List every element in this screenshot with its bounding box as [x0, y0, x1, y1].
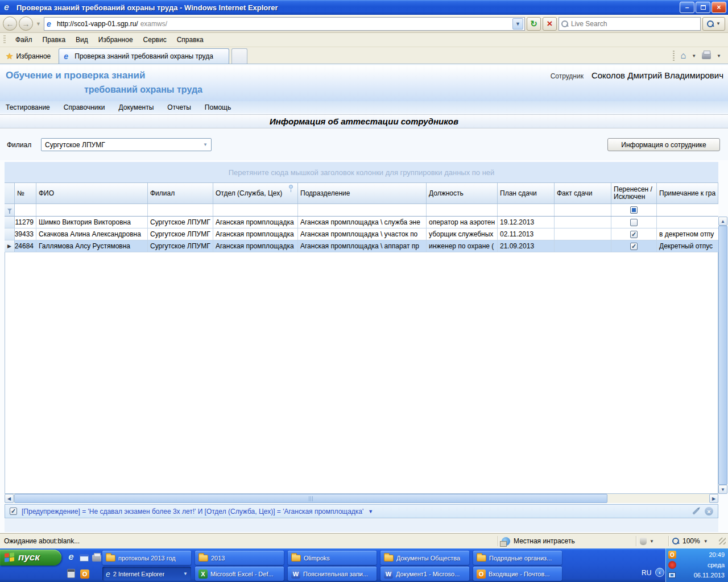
column-header-num[interactable]: №	[15, 183, 36, 203]
zoom-control[interactable]: 100% ▼	[672, 537, 717, 545]
phishing-filter-section[interactable]: ▼	[640, 538, 665, 545]
moved-checkbox[interactable]	[630, 231, 638, 238]
forward-button[interactable]: →	[19, 16, 33, 31]
taskbar-button-folder-documents[interactable]: Документы Общества	[380, 551, 469, 565]
taskbar-button-word-poyasnitelnaya[interactable]: WПояснительная запи...	[288, 567, 377, 581]
moved-checkbox[interactable]	[630, 219, 638, 226]
search-input[interactable]	[571, 20, 698, 28]
taskbar-button-folder-protokoly[interactable]: протоколы 2013 год	[102, 551, 191, 565]
menu-tools[interactable]: Сервис	[138, 34, 172, 46]
column-header-otdel[interactable]: Отдел (Служба, Цех)	[213, 183, 298, 203]
vertical-scrollbar[interactable]: ▲ ▼	[718, 217, 727, 494]
filter-cell-fakt[interactable]	[555, 204, 611, 216]
tray-outlook-icon[interactable]: O	[668, 551, 676, 559]
menu-file[interactable]: Файл	[10, 34, 38, 46]
scroll-right-icon[interactable]: ▶	[709, 494, 718, 503]
scroll-left-icon[interactable]: ◀	[5, 494, 14, 503]
quicklaunch-outlook-icon[interactable]: O	[79, 568, 90, 580]
menu-help[interactable]: Справка	[172, 34, 209, 46]
column-header-fio[interactable]: ФИО	[36, 183, 148, 203]
tray-network-icon[interactable]	[668, 572, 676, 578]
taskbar-button-word-dokument1[interactable]: WДокумент1 - Microso...	[380, 567, 469, 581]
filter-cell-podrazdelenie[interactable]	[298, 204, 427, 216]
filter-cell-num[interactable]	[15, 204, 36, 216]
filter-cell-fio[interactable]	[36, 204, 148, 216]
back-button[interactable]: ←	[3, 16, 17, 31]
horizontal-scroll-thumb[interactable]	[14, 494, 607, 503]
maximize-button[interactable]	[696, 2, 710, 13]
column-header-fakt[interactable]: Факт сдачи	[555, 183, 611, 203]
column-header-podrazdelenie[interactable]: Подразделение	[298, 183, 427, 203]
home-icon[interactable]: ⌂	[680, 52, 686, 60]
filter-expression-dropdown-icon[interactable]: ▼	[368, 509, 373, 514]
table-row[interactable]: 39433 Скачкова Алина Александровна Сургу…	[5, 228, 718, 240]
quicklaunch-app-icon[interactable]	[78, 552, 90, 563]
taskbar-button-excel[interactable]: XMicrosoft Excel - Def...	[195, 567, 284, 581]
search-go-button[interactable]: ▼	[702, 17, 725, 31]
search-box[interactable]	[559, 17, 701, 31]
filial-dropdown[interactable]: Сургутское ЛПУМГ ▼	[41, 138, 212, 151]
zoom-dropdown-icon[interactable]: ▼	[704, 539, 708, 544]
quicklaunch-ie-icon[interactable]: e	[65, 551, 77, 563]
column-header-plan[interactable]: План сдачи	[498, 183, 555, 203]
history-dropdown-icon[interactable]: ▼	[36, 21, 41, 27]
taskbar-button-folder-2013[interactable]: 2013	[195, 551, 284, 565]
filter-cell-perenesen[interactable]	[611, 204, 657, 216]
search-options-icon[interactable]: ▼	[716, 21, 721, 26]
scroll-up-icon[interactable]: ▲	[718, 217, 727, 226]
scroll-down-icon[interactable]: ▼	[718, 485, 727, 494]
moved-checkbox[interactable]	[630, 243, 638, 250]
menu-view[interactable]: Вид	[71, 34, 93, 46]
column-header-dolzhnost[interactable]: Должность	[427, 183, 498, 203]
taskbar-button-folder-olimpoks[interactable]: Olimpoks	[288, 551, 377, 565]
nav-reports[interactable]: Отчеты	[167, 103, 191, 111]
nav-testing[interactable]: Тестирование	[6, 103, 50, 111]
print-icon[interactable]	[702, 52, 711, 59]
print-dropdown-icon[interactable]: ▼	[717, 53, 721, 59]
close-button[interactable]: ×	[712, 2, 726, 13]
horizontal-scrollbar[interactable]: ◀ ▶	[5, 494, 718, 503]
table-row[interactable]: 11279 Шимко Виктория Викторовна Сургутск…	[5, 217, 718, 228]
nav-documents[interactable]: Документы	[119, 103, 154, 111]
remove-filter-icon[interactable]: ×	[705, 507, 713, 516]
column-header-primechanie[interactable]: Примечание к гра	[657, 183, 718, 203]
nav-references[interactable]: Справочники	[64, 103, 105, 111]
start-button[interactable]: пуск	[0, 550, 61, 566]
phishing-dropdown-icon[interactable]: ▼	[650, 539, 654, 544]
address-dropdown-button[interactable]: ▼	[512, 18, 523, 30]
filter-checkbox[interactable]	[630, 206, 638, 214]
resize-grip[interactable]	[719, 538, 726, 544]
filter-cell-otdel[interactable]	[213, 204, 298, 216]
table-row-selected[interactable]: ▶ 24684 Галлямова Алсу Рустямовна Сургут…	[5, 240, 718, 252]
tray-collapse-icon[interactable]: ‹	[655, 568, 664, 577]
quicklaunch-calculator-icon[interactable]	[65, 568, 77, 579]
filter-cell-dolzhnost[interactable]	[427, 204, 498, 216]
filter-cell-primechanie[interactable]	[657, 204, 718, 216]
column-header-filial[interactable]: Филиал	[148, 183, 213, 203]
filter-enabled-checkbox[interactable]	[10, 508, 17, 515]
quicklaunch-printer-icon[interactable]	[91, 552, 102, 564]
filter-expression[interactable]: [Предупреждение] = 'Не сдавал экзамен бо…	[22, 508, 363, 516]
new-tab-stub[interactable]	[231, 48, 247, 64]
taskbar-button-outlook-inbox[interactable]: OВходящие - Почтов...	[473, 567, 562, 581]
column-filter-pin-icon[interactable]	[289, 185, 293, 189]
employee-info-button[interactable]: Информация о сотруднике	[607, 138, 720, 151]
group-by-panel[interactable]: Перетяните сюда мышкой заголовок колонки…	[5, 162, 718, 182]
filter-cell-plan[interactable]	[498, 204, 555, 216]
column-header-perenesen[interactable]: Перенесен /Исключен	[611, 183, 657, 203]
taskbar-button-ie-group[interactable]: e2 Internet Explorer▼	[102, 567, 191, 581]
minimize-button[interactable]: –	[680, 2, 694, 13]
stop-button[interactable]: ×	[543, 17, 557, 31]
home-dropdown-icon[interactable]: ▼	[692, 53, 696, 59]
nav-help[interactable]: Помощь	[205, 103, 231, 111]
vertical-scroll-thumb[interactable]	[718, 226, 727, 485]
address-input[interactable]: e http://sco1-vapp-01.sgp.ru/examws/ ▼	[44, 17, 525, 31]
refresh-button[interactable]: ↻	[527, 17, 541, 31]
filter-cell-filial[interactable]	[148, 204, 213, 216]
tab-active[interactable]: e Проверка знаний требований охраны труд…	[59, 48, 229, 64]
menu-edit[interactable]: Правка	[38, 34, 71, 46]
edit-filter-icon[interactable]	[692, 508, 698, 514]
group-dropdown-icon[interactable]: ▼	[183, 571, 188, 576]
taskbar-button-folder-podryadnye[interactable]: Подрядные организ...	[473, 551, 562, 565]
tray-ati-icon[interactable]	[668, 561, 676, 569]
